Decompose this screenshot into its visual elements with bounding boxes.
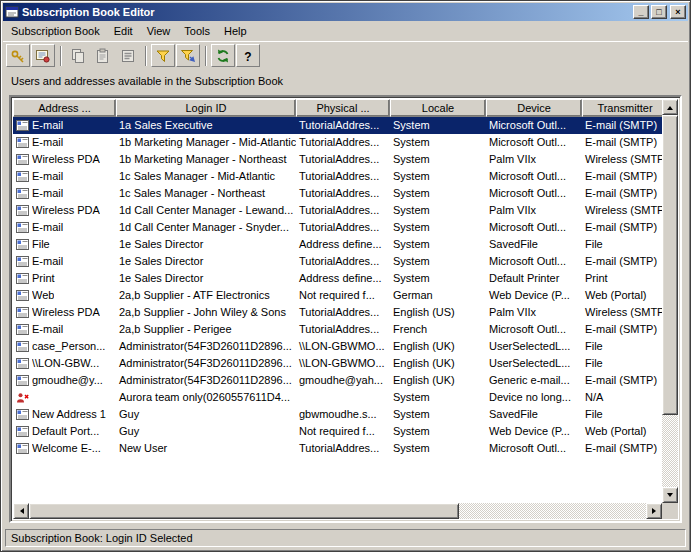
table-row[interactable]: E-mail1b Marketing Manager - Mid-Atlanti… <box>13 134 662 151</box>
cell: File <box>582 338 662 355</box>
filter-edit-button[interactable] <box>176 44 200 67</box>
cell: System <box>390 168 486 185</box>
address-icon <box>16 171 29 182</box>
cell-text: case_Person... <box>32 338 105 355</box>
menu-item-edit[interactable]: Edit <box>107 22 140 40</box>
cell: Address define... <box>296 236 390 253</box>
menu-item-tools[interactable]: Tools <box>177 22 217 40</box>
table-row[interactable]: Wireless PDA1d Call Center Manager - Lew… <box>13 202 662 219</box>
table-row[interactable]: E-mail1a Sales ExecutiveTutorialAddres..… <box>13 117 662 134</box>
table-row[interactable]: gmoudhe@y...Administrator(54F3D26011D289… <box>13 372 662 389</box>
scroll-up-button[interactable] <box>662 99 678 115</box>
table-row[interactable]: Print1e Sales DirectorAddress define...S… <box>13 270 662 287</box>
cell-text: Print <box>32 270 55 287</box>
cell: Microsoft Outl... <box>486 253 582 270</box>
scroll-right-button[interactable] <box>646 503 662 519</box>
cell: 1c Sales Manager - Mid-Atlantic <box>116 168 296 185</box>
user-key-button[interactable] <box>6 44 30 67</box>
vertical-scrollbar[interactable] <box>662 99 678 503</box>
column-header-5[interactable]: Device <box>486 99 582 117</box>
horizontal-scrollbar[interactable] <box>13 503 662 519</box>
refresh-button[interactable] <box>211 44 235 67</box>
address-cell: E-mail <box>13 321 116 338</box>
table-row[interactable]: File1e Sales DirectorAddress define...Sy… <box>13 236 662 253</box>
cell: English (UK) <box>390 372 486 389</box>
table-row[interactable]: Aurora team only(0260557611D4...SystemDe… <box>13 389 662 406</box>
cell: Default Printer <box>486 270 582 287</box>
cell: French <box>390 321 486 338</box>
svg-text:?: ? <box>244 49 251 63</box>
cell: \\LON-GBWMO... <box>296 355 390 372</box>
cell: File <box>582 406 662 423</box>
menu-bar: Subscription BookEditViewToolsHelp <box>3 21 688 41</box>
horizontal-scroll-thumb[interactable] <box>29 503 459 519</box>
cell: UserSelectedL... <box>486 355 582 372</box>
table-row[interactable]: E-mail2a,b Supplier - PerigeeTutorialAdd… <box>13 321 662 338</box>
address-cell: Wireless PDA <box>13 202 116 219</box>
cell-text: E-mail <box>32 168 63 185</box>
cell: TutorialAddres... <box>296 168 390 185</box>
column-header-2[interactable]: Login ID <box>116 99 296 117</box>
table-row[interactable]: Wireless PDA2a,b Supplier - John Wiley &… <box>13 304 662 321</box>
table-row[interactable]: case_Person...Administrator(54F3D26011D2… <box>13 338 662 355</box>
maximize-button[interactable]: □ <box>651 5 667 19</box>
cell: 1d Call Center Manager - Snyder... <box>116 219 296 236</box>
help-icon: ? <box>240 48 256 64</box>
table-row[interactable]: E-mail1e Sales DirectorTutorialAddres...… <box>13 253 662 270</box>
table-row[interactable]: \\LON-GBW...Administrator(54F3D26011D289… <box>13 355 662 372</box>
table-row[interactable]: New Address 1Guygbwmoudhe.s...SystemSave… <box>13 406 662 423</box>
column-header-3[interactable]: Physical ... <box>296 99 390 117</box>
menu-item-help[interactable]: Help <box>217 22 254 40</box>
cell: Print <box>582 270 662 287</box>
menu-item-subscription-book[interactable]: Subscription Book <box>4 22 107 40</box>
funnel-icon <box>155 48 171 64</box>
properties-icon <box>120 48 136 64</box>
address-cell: Wireless PDA <box>13 304 116 321</box>
table-row[interactable]: Web2a,b Supplier - ATF ElectronicsNot re… <box>13 287 662 304</box>
cell-text: \\LON-GBW... <box>32 355 99 372</box>
table-row[interactable]: E-mail1c Sales Manager - NortheastTutori… <box>13 185 662 202</box>
cell: Not required f... <box>296 423 390 440</box>
column-header-4[interactable]: Locale <box>390 99 486 117</box>
table-row[interactable]: E-mail1c Sales Manager - Mid-AtlanticTut… <box>13 168 662 185</box>
table-row[interactable]: Wireless PDA1b Marketing Manager - North… <box>13 151 662 168</box>
address-cell: Web <box>13 287 116 304</box>
filter-button[interactable] <box>151 44 175 67</box>
title-bar[interactable]: Subscription Book Editor _ □ × <box>3 3 688 21</box>
address-invalid-icon <box>16 392 29 403</box>
close-button[interactable]: × <box>670 5 686 19</box>
minimize-button[interactable]: _ <box>633 5 649 19</box>
column-header-1[interactable]: Address ... <box>13 99 116 117</box>
cell: 2a,b Supplier - ATF Electronics <box>116 287 296 304</box>
address-icon <box>16 341 29 352</box>
address-cell: case_Person... <box>13 338 116 355</box>
menu-item-view[interactable]: View <box>140 22 178 40</box>
window-title: Subscription Book Editor <box>22 6 631 18</box>
cell: Administrator(54F3D26011D2896... <box>116 355 296 372</box>
column-header-6[interactable]: Transmitter <box>582 99 662 117</box>
address-icon <box>16 409 29 420</box>
address-icon <box>16 273 29 284</box>
cell: 2a,b Supplier - Perigee <box>116 321 296 338</box>
certificate-button[interactable] <box>31 44 55 67</box>
address-cell: E-mail <box>13 117 116 134</box>
cell: Palm VIIx <box>486 304 582 321</box>
table-row[interactable]: Welcome E-...New UserTutorialAddres...Sy… <box>13 440 662 457</box>
address-icon <box>16 358 29 369</box>
table-body[interactable]: E-mail1a Sales ExecutiveTutorialAddres..… <box>13 117 662 503</box>
help-button[interactable]: ? <box>236 44 260 67</box>
table-row[interactable]: E-mail1d Call Center Manager - Snyder...… <box>13 219 662 236</box>
vertical-scroll-thumb[interactable] <box>662 115 678 415</box>
address-cell: E-mail <box>13 168 116 185</box>
scrollbar-corner <box>662 503 678 519</box>
cell: 1c Sales Manager - Northeast <box>116 185 296 202</box>
cell: Administrator(54F3D26011D2896... <box>116 338 296 355</box>
table-row[interactable]: Default Port...GuyNot required f...Syste… <box>13 423 662 440</box>
app-icon <box>5 5 19 19</box>
scroll-left-button[interactable] <box>13 503 29 519</box>
cell: TutorialAddres... <box>296 219 390 236</box>
scroll-down-button[interactable] <box>662 487 678 503</box>
cell-text: Default Port... <box>32 423 99 440</box>
cell: 1b Marketing Manager - Northeast <box>116 151 296 168</box>
address-icon <box>16 426 29 437</box>
